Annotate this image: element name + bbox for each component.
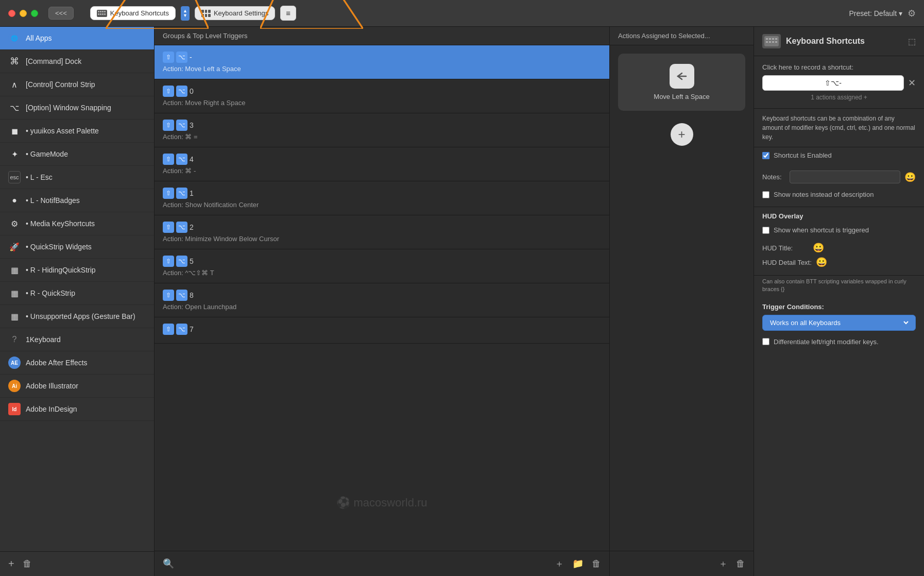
sidebar-item-l-esc[interactable]: esc • L - Esc	[0, 166, 154, 189]
key-shift: ⇧	[163, 120, 174, 131]
trigger-keys: ⇧ ⌥ 8	[163, 290, 601, 301]
preset-area: Preset: Default ▾ ⚙	[849, 8, 916, 19]
trigger-keys: ⇧ ⌥ 0	[163, 86, 601, 97]
svg-marker-6	[260, 0, 363, 29]
sidebar-item-quickstrip[interactable]: 🚀 • QuickStrip Widgets	[0, 235, 154, 259]
notes-emoji-button[interactable]: 😀	[904, 172, 916, 183]
svg-rect-25	[769, 38, 771, 40]
keyboard-shortcuts-button[interactable]: Keyboard Shortcuts	[90, 6, 176, 20]
trigger-keys: ⇧ ⌥ 2	[163, 222, 601, 233]
hud-detail-emoji-button[interactable]: 😀	[816, 257, 827, 268]
key-shift: ⇧	[163, 52, 174, 63]
sidebar-item-yuuikos[interactable]: ◼ • yuuikos Asset Palette	[0, 120, 154, 143]
sidebar-item-label: • Unsupported Apps (Gesture Bar)	[26, 312, 135, 320]
search-button[interactable]: 🔍	[163, 558, 174, 569]
maximize-button[interactable]	[31, 10, 38, 17]
clear-shortcut-button[interactable]: ✕	[908, 77, 916, 89]
menu-button[interactable]: ≡	[280, 6, 296, 21]
key-char: 1	[190, 189, 194, 197]
sidebar-item-control-strip[interactable]: ∧ [Control] Control Strip	[0, 73, 154, 96]
key-option: ⌥	[176, 86, 187, 97]
trigger-item[interactable]: ⇧ ⌥ 8 Action: Open Launchpad	[155, 283, 609, 317]
trigger-item[interactable]: ⇧ ⌥ 2 Action: Minimize Window Below Curs…	[155, 215, 609, 249]
trigger-keys: ⇧ ⌥ 3	[163, 120, 601, 131]
back-button[interactable]: <<<	[48, 7, 74, 20]
svg-rect-18	[100, 13, 101, 15]
keyboards-select[interactable]: Works on all Keyboards	[768, 318, 910, 327]
close-button[interactable]	[8, 10, 15, 17]
sidebar-item-illustrator[interactable]: Ai Adobe Illustrator	[0, 375, 154, 398]
arrow-left-icon	[675, 71, 689, 81]
sidebar-item-gamemode[interactable]: ✦ • GameMode	[0, 143, 154, 166]
key-option: ⌥	[176, 222, 187, 233]
sidebar-item-r-quickstrip[interactable]: ▦ • R - QuickStrip	[0, 282, 154, 305]
keyboard-shortcuts-label: Keyboard Shortcuts	[110, 9, 169, 17]
sidebar-item-after-effects[interactable]: AE Adobe After Effects	[0, 351, 154, 375]
scripting-note: Can also contain BTT scripting variables…	[754, 276, 924, 299]
delete-trigger-button[interactable]: 🗑	[592, 557, 601, 570]
show-notes-checkbox[interactable]	[762, 191, 769, 198]
trigger-action: Action: Move Left a Space	[163, 65, 601, 73]
svg-rect-15	[102, 11, 104, 12]
sidebar-item-1keyboard[interactable]: ? 1Keyboard	[0, 328, 154, 351]
action-card[interactable]: Move Left a Space	[618, 54, 745, 111]
sidebar-item-media-keys[interactable]: ⚙ • Media KeyShortcuts	[0, 212, 154, 235]
expand-button[interactable]: ⬚	[908, 37, 916, 46]
sidebar-item-indesign[interactable]: Id Adobe InDesign	[0, 398, 154, 421]
indesign-icon: Id	[8, 403, 21, 415]
delete-app-button[interactable]: 🗑	[23, 558, 32, 570]
folder-button[interactable]: 📁	[572, 557, 584, 570]
keyboard-settings-button[interactable]: Keyboard Settings	[195, 6, 275, 20]
trigger-item[interactable]: ⇧ ⌥ 7	[155, 317, 609, 344]
sidebar-item-l-notif[interactable]: ● • L - NotifBadges	[0, 189, 154, 212]
sidebar-item-option-window[interactable]: ⌥ [Option] Window Snapping	[0, 96, 154, 120]
add-app-button[interactable]: +	[8, 558, 14, 570]
notif-icon: ●	[8, 194, 21, 207]
svg-rect-27	[775, 38, 777, 40]
svg-rect-16	[104, 11, 106, 12]
delete-action-button[interactable]: 🗑	[736, 557, 745, 570]
triggers-list: ⇧ ⌥ - Action: Move Left a Space ⇧ ⌥ 0 Ac…	[155, 45, 609, 551]
shortcut-input-row: ⇧⌥- ✕	[762, 75, 916, 91]
show-notes-row: Show notes instead of description	[754, 187, 924, 202]
key-char: 2	[190, 223, 194, 231]
notes-input[interactable]	[790, 171, 900, 183]
settings-gear-button[interactable]: ⚙	[908, 8, 916, 19]
trigger-item[interactable]: ⇧ ⌥ 0 Action: Move Right a Space	[155, 79, 609, 113]
shortcut-enabled-checkbox[interactable]	[762, 152, 769, 159]
sidebar-item-all-apps[interactable]: 🌐 All Apps	[0, 27, 154, 50]
notes-row: Notes: 😀	[754, 167, 924, 187]
right-panel-title: Keyboard Shortcuts	[786, 37, 865, 46]
svg-rect-26	[772, 38, 774, 40]
add-action-footer-button[interactable]: ＋	[718, 557, 728, 570]
trigger-item[interactable]: ⇧ ⌥ 1 Action: Show Notification Center	[155, 181, 609, 215]
key-option: ⌥	[176, 256, 187, 267]
hud-show-checkbox[interactable]	[762, 227, 769, 234]
shortcut-input-field[interactable]: ⇧⌥-	[762, 75, 904, 91]
after-effects-icon: AE	[8, 357, 21, 369]
unsupported-icon: ▦	[8, 310, 21, 323]
command-dock-icon: ⌘	[8, 55, 21, 67]
action-card-label: Move Left a Space	[654, 93, 709, 100]
key-char: 0	[190, 87, 194, 95]
trigger-item[interactable]: ⇧ ⌥ - Action: Move Left a Space	[155, 45, 609, 79]
sidebar-item-unsupported[interactable]: ▦ • Unsupported Apps (Gesture Bar)	[0, 305, 154, 328]
add-action-button[interactable]: +	[671, 123, 693, 146]
svg-rect-24	[766, 38, 768, 40]
description-text: Keyboard shortcuts can be a combination …	[754, 109, 924, 147]
dropdown-arrows[interactable]: ▲ ▼	[181, 6, 190, 21]
sidebar-item-label: [Control] Control Strip	[26, 80, 95, 89]
trigger-item[interactable]: ⇧ ⌥ 3 Action: ⌘ =	[155, 113, 609, 147]
add-trigger-button[interactable]: ＋	[555, 557, 564, 570]
sidebar-item-command-dock[interactable]: ⌘ [Command] Dock	[0, 50, 154, 73]
key-char: -	[190, 53, 192, 61]
differentiate-checkbox[interactable]	[762, 338, 769, 345]
sidebar-item-r-hiding[interactable]: ▦ • R - HidingQuickStrip	[0, 259, 154, 282]
move-left-icon	[670, 64, 694, 89]
keyboards-dropdown[interactable]: Works on all Keyboards	[762, 315, 916, 331]
trigger-item[interactable]: ⇧ ⌥ 5 Action: ^⌥⇧⌘ T	[155, 249, 609, 283]
quickstrip-icon: 🚀	[8, 241, 21, 253]
minimize-button[interactable]	[20, 10, 27, 17]
hud-title-emoji-button[interactable]: 😀	[813, 242, 824, 253]
trigger-item[interactable]: ⇧ ⌥ 4 Action: ⌘ -	[155, 147, 609, 181]
